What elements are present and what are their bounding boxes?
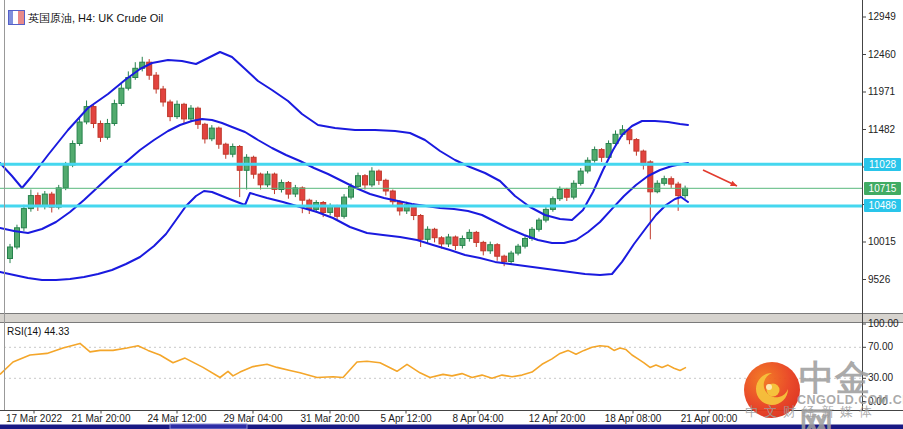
candle-body — [21, 209, 26, 228]
time-axis-label: 17 Mar 2022 — [6, 413, 62, 424]
price-axis-label: 12460 — [868, 49, 896, 60]
candle-body — [432, 229, 437, 237]
price-tag-10486: 10486 — [864, 199, 901, 212]
rsi-indicator-label: RSI(14) 44.33 — [7, 326, 69, 337]
candle-body — [418, 216, 423, 240]
candle-body — [258, 174, 263, 185]
price-axis-label: 11971 — [868, 86, 895, 97]
candle-body — [655, 183, 660, 191]
candle-body — [564, 190, 569, 198]
candle-body — [161, 89, 166, 102]
time-axis-label: 18 Apr 08:00 — [605, 413, 662, 424]
candle-body — [265, 174, 270, 185]
time-axis-label: 21 Mar 20:00 — [72, 413, 131, 424]
candle-body — [537, 220, 542, 229]
panel-splitter[interactable] — [0, 314, 903, 322]
candle-body — [523, 239, 528, 247]
candle-body — [70, 144, 75, 166]
candle-body — [91, 107, 96, 124]
candle-body — [578, 171, 583, 183]
candle-body — [56, 188, 61, 207]
rsi-axis-label: 0.00 — [868, 396, 887, 407]
candle-body — [557, 190, 562, 199]
candle-body — [648, 162, 653, 192]
candle-body — [460, 239, 465, 246]
candle-body — [425, 229, 430, 239]
price-axis-label: 9526 — [868, 274, 890, 285]
price-axis-label: 12949 — [868, 11, 896, 22]
candle-body — [453, 237, 458, 245]
candle-body — [488, 245, 493, 251]
candle-body — [376, 171, 381, 180]
candle-body — [592, 150, 597, 161]
candle-body — [272, 174, 277, 189]
candle-body — [175, 104, 180, 116]
rsi-axis-label: 70.00 — [868, 341, 893, 352]
candle-body — [223, 144, 228, 154]
candle-body — [8, 247, 13, 259]
candle-body — [481, 242, 486, 250]
candle-body — [509, 253, 514, 261]
chart-title: 英国原油, H4: UK Crude Oil — [28, 11, 163, 26]
time-axis-label: 31 Mar 20:00 — [301, 413, 360, 424]
candle-body — [669, 179, 674, 184]
candle-body — [634, 140, 639, 152]
candle-body — [154, 75, 159, 89]
candle-body — [63, 165, 68, 188]
candle-body — [168, 102, 173, 117]
candle-body — [293, 188, 298, 194]
time-axis-label: 24 Mar 12:00 — [148, 413, 207, 424]
candle-body — [676, 184, 681, 196]
time-axis-label: 29 Mar 04:00 — [224, 413, 283, 424]
price-axis-label: 11482 — [868, 124, 895, 135]
candle-body — [335, 206, 340, 216]
candle-body — [195, 108, 200, 124]
candle-body — [363, 176, 368, 185]
candle-body — [446, 237, 451, 244]
candle-body — [230, 147, 235, 155]
candle-body — [571, 183, 576, 197]
candle-body — [683, 188, 688, 195]
candle-body — [516, 246, 521, 253]
price-tag-11028: 11028 — [864, 158, 901, 171]
candle-body — [321, 203, 326, 213]
candle-body — [467, 232, 472, 238]
candle-body — [550, 199, 555, 210]
candle-body — [383, 180, 388, 191]
candle-body — [209, 128, 214, 139]
chart-window: 英国原油, H4: UK Crude Oil RSI(14) 44.33 129… — [0, 0, 903, 429]
price-tag-10715: 10715 — [864, 182, 901, 195]
candle-body — [502, 256, 507, 261]
cngold-logo-icon — [742, 360, 802, 420]
candle-body — [105, 124, 110, 138]
candle-body — [119, 88, 124, 103]
price-axis-label: 10015 — [868, 236, 896, 247]
symbol-chart-icon — [8, 10, 25, 25]
candle-body — [237, 147, 242, 171]
candle-body — [474, 232, 479, 242]
candle-body — [112, 104, 117, 124]
candle-body — [439, 238, 444, 244]
time-axis-label: 8 Apr 04:00 — [452, 413, 503, 424]
time-axis-label: 21 Apr 00:00 — [681, 413, 738, 424]
candle-body — [356, 176, 361, 187]
candle-body — [77, 122, 82, 144]
candle-body — [662, 179, 667, 184]
candle-body — [216, 128, 221, 144]
candle-body — [300, 188, 305, 200]
icon-bar-red — [18, 11, 24, 24]
candle-body — [599, 150, 604, 158]
candle-body — [189, 108, 194, 119]
candle-body — [98, 124, 103, 138]
candle-body — [202, 124, 207, 139]
candle-body — [369, 171, 374, 185]
candle-body — [495, 245, 500, 257]
scrollbar-thumb[interactable] — [170, 424, 247, 429]
rsi-line — [0, 343, 686, 378]
rsi-axis-label: 100.00 — [868, 318, 899, 329]
time-axis-label: 12 Apr 20:00 — [529, 413, 586, 424]
time-axis-label: 5 Apr 12:00 — [380, 413, 431, 424]
scrollbar-track[interactable] — [0, 425, 903, 429]
candle-body — [182, 104, 187, 119]
rsi-axis-label: 30.00 — [868, 372, 893, 383]
